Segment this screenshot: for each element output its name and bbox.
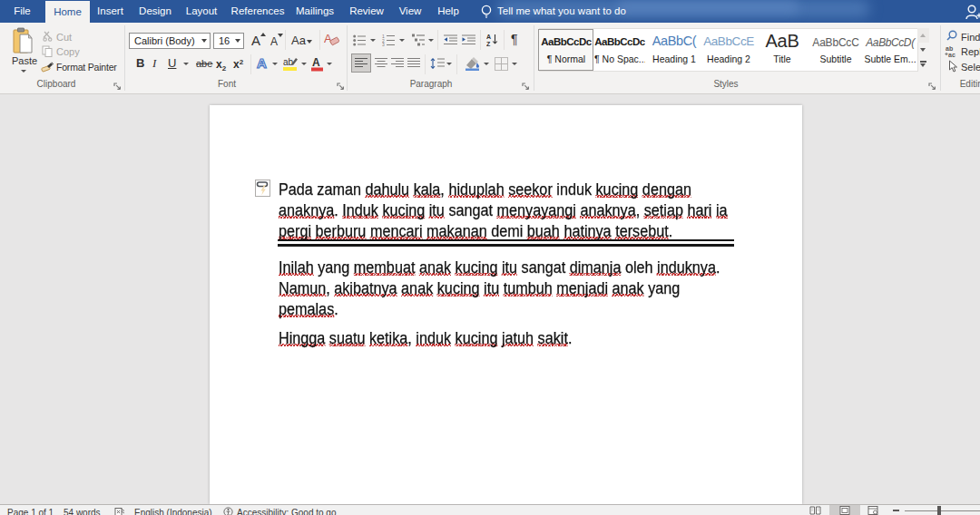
svg-text:A: A [312,56,320,69]
svg-text:3: 3 [382,42,385,46]
svg-text:ac: ac [948,52,956,57]
svg-text:ab: ab [946,45,953,52]
svg-text:Z: Z [486,41,491,47]
svg-text:ab: ab [283,57,294,67]
svg-text:A: A [486,34,491,40]
